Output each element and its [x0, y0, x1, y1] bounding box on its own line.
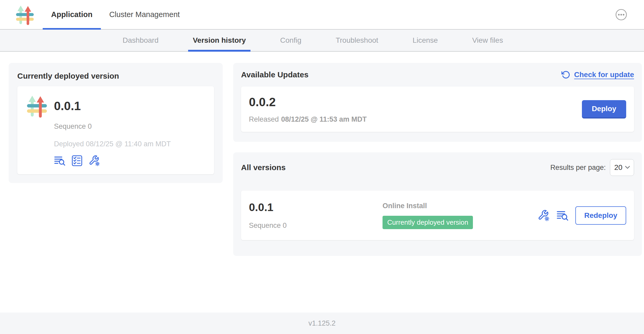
check-for-update-link[interactable]: Check for update — [561, 70, 634, 79]
app-header: Application Cluster Management — [0, 0, 644, 30]
app-logo-icon — [25, 94, 49, 166]
subnav-dashboard[interactable]: Dashboard — [118, 30, 163, 51]
deployed-version-card: 0.0.1 Sequence 0 Deployed 08/12/25 @ 11:… — [17, 86, 214, 174]
currently-deployed-card: Currently deployed version 0.0.1 — [9, 63, 223, 183]
subnav-view-files[interactable]: View files — [467, 30, 508, 51]
row-version-number: 0.0.1 — [249, 201, 383, 214]
all-versions-section: All versions Results per page: 20 0.0.1 … — [233, 152, 642, 256]
config-icon[interactable] — [538, 209, 550, 222]
row-install-type: Online Install — [383, 202, 538, 210]
update-row: 0.0.2 Released 08/12/25 @ 11:53 am MDT D… — [241, 87, 634, 132]
row-sequence: Sequence 0 — [249, 222, 383, 230]
app-logo-icon — [14, 0, 35, 29]
console-version: v1.125.2 — [308, 319, 336, 327]
refresh-icon — [561, 70, 570, 79]
update-released-timestamp: Released 08/12/25 @ 11:53 am MDT — [249, 115, 367, 123]
top-tabs: Application Cluster Management — [43, 0, 188, 29]
update-version-number: 0.0.2 — [249, 95, 367, 109]
subnav-config[interactable]: Config — [275, 30, 306, 51]
app-subnav: Dashboard Version history Config Trouble… — [0, 30, 644, 52]
tab-cluster-management[interactable]: Cluster Management — [101, 0, 188, 29]
deployed-card-title: Currently deployed version — [17, 72, 214, 80]
deploy-button[interactable]: Deploy — [582, 100, 626, 118]
chevron-down-icon — [625, 166, 630, 169]
currently-deployed-badge: Currently deployed version — [383, 216, 473, 229]
version-row: 0.0.1 Sequence 0 Online Install Currentl… — [241, 191, 634, 240]
results-per-page-select[interactable]: 20 — [610, 159, 634, 176]
release-notes-icon[interactable] — [556, 209, 569, 222]
subnav-troubleshoot[interactable]: Troubleshoot — [331, 30, 383, 51]
release-notes-icon[interactable] — [54, 155, 66, 166]
results-per-page-label: Results per page: — [550, 164, 606, 172]
redeploy-button[interactable]: Redeploy — [575, 206, 626, 225]
deployed-version-number: 0.0.1 — [54, 99, 81, 113]
preflight-checks-icon[interactable] — [71, 155, 83, 166]
app-footer: v1.125.2 — [0, 313, 644, 334]
main-content: Currently deployed version 0.0.1 — [0, 52, 644, 313]
ellipsis-menu-icon[interactable] — [615, 9, 627, 21]
available-updates-title: Available Updates — [241, 70, 308, 79]
deployed-timestamp: Deployed 08/12/25 @ 11:40 am MDT — [54, 140, 206, 148]
deployed-sequence: Sequence 0 — [54, 122, 206, 131]
subnav-version-history[interactable]: Version history — [188, 30, 250, 51]
tab-application[interactable]: Application — [43, 0, 101, 29]
config-icon[interactable] — [89, 155, 100, 166]
available-updates-section: Available Updates Check for update 0.0.2 — [233, 63, 642, 142]
all-versions-title: All versions — [241, 163, 286, 172]
subnav-license[interactable]: License — [408, 30, 443, 51]
